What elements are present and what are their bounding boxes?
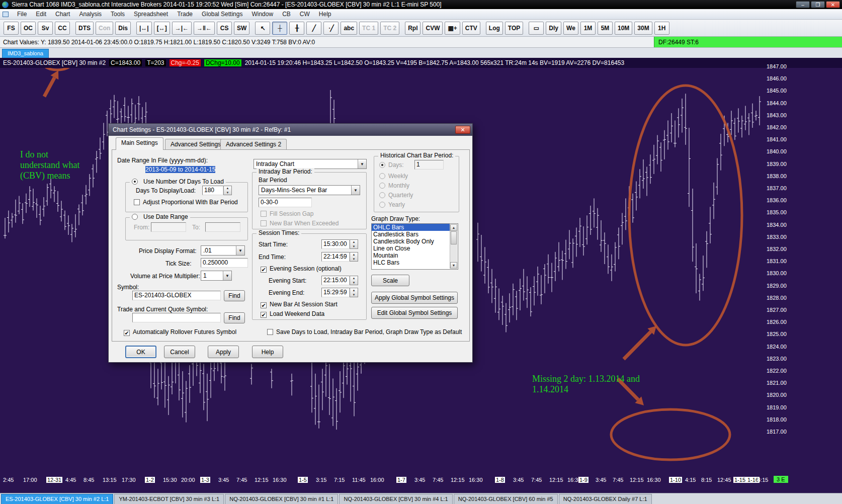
evening-start-input[interactable]: 22:15:00	[321, 276, 350, 285]
menu-item-tools[interactable]: Tools	[106, 10, 129, 19]
dialog-close-icon[interactable]: ✕	[455, 126, 470, 134]
draw-type-option-ohlc-bars[interactable]: OHLC Bars	[372, 224, 450, 231]
toolbar-button-dly[interactable]: Dly	[546, 22, 561, 35]
price-display-format-select[interactable]: .01▼	[201, 245, 245, 256]
toolbar-button-dts[interactable]: DTS	[75, 22, 94, 35]
tick-size-input[interactable]: 0.250000	[201, 258, 248, 268]
apply-button[interactable]: Apply	[208, 346, 239, 358]
menu-item-window[interactable]: Window	[247, 10, 278, 19]
toolbar-button-10m[interactable]: 10M	[615, 22, 632, 35]
scale-button[interactable]: Scale	[371, 275, 409, 286]
ok-button[interactable]: OK	[125, 346, 156, 358]
historical-days-input[interactable]: 1	[414, 160, 444, 170]
trade-symbol-find-button[interactable]: Find	[224, 312, 245, 323]
apply-global-settings-button[interactable]: Apply Global Symbol Settings	[371, 292, 458, 304]
crosshair-arrow-tool-icon[interactable]: ╂	[289, 22, 304, 35]
edit-global-settings-button[interactable]: Edit Global Symbol Settings	[371, 307, 458, 319]
decrease-bar-spacing-icon[interactable]: [↔]	[154, 22, 170, 35]
draw-type-option-mountain[interactable]: Mountain	[372, 252, 450, 259]
help-button[interactable]: Help	[252, 346, 283, 358]
symbol-find-button[interactable]: Find	[224, 290, 245, 301]
to-field[interactable]	[205, 222, 240, 232]
historical-weekly-radio[interactable]	[379, 173, 385, 179]
chart-tab-ym-201403-ecbot-cbv-30-mi[interactable]: YM-201403-ECBOT [CBV] 30 min #3 L:1	[114, 494, 224, 504]
chart-tab-nq-201403-globex-cbv-60-m[interactable]: NQ-201403-GLOBEX [CBV] 60 min #5	[454, 494, 558, 504]
ray-tool-icon[interactable]: ∙╱	[323, 22, 339, 35]
trade-window-icon[interactable]: ▦+	[445, 22, 460, 35]
chart-tab-nq-201403-globex-cbv-30-m[interactable]: NQ-201403-GLOBEX [CBV] 30 min #4 L:1	[339, 494, 452, 504]
start-time-spinner[interactable]: ▲▼	[350, 239, 358, 249]
toolbar-button-1h[interactable]: 1H	[654, 22, 669, 35]
use-date-range-radio[interactable]	[132, 214, 138, 220]
toolbar-button-abc[interactable]: abc	[341, 22, 357, 35]
menu-item-edit[interactable]: Edit	[31, 10, 51, 19]
rectangle-tool-icon[interactable]: ▭	[529, 22, 544, 35]
chart-type-select[interactable]: Intraday Chart▼	[254, 159, 367, 169]
historical-quarterly-radio[interactable]	[379, 192, 385, 198]
adjust-proportional-checkbox[interactable]	[134, 199, 140, 205]
menu-item-chart[interactable]: Chart	[51, 10, 74, 19]
toolbar-button-5m[interactable]: 5M	[598, 22, 613, 35]
toolbar-button-rpl[interactable]: Rpl	[405, 22, 420, 35]
toolbar-button-tc-1[interactable]: TC 1	[359, 22, 378, 35]
days-to-load-spinner[interactable]: ▲▼	[223, 186, 232, 195]
new-bar-exceeded-checkbox[interactable]	[261, 220, 267, 226]
toolbar-button-ctv[interactable]: CTV	[462, 22, 480, 35]
end-time-input[interactable]: 22:14:59	[321, 252, 350, 262]
toolbar-button-fs[interactable]: FS	[4, 22, 19, 35]
symbol-input[interactable]: ES-201403-GLOBEX	[132, 291, 221, 300]
menu-item-global-settings[interactable]: Global Settings	[197, 10, 247, 19]
save-default-checkbox[interactable]	[267, 329, 273, 335]
chart-tab-nq-201403-globex-daily-7[interactable]: NQ-201403-GLOBEX Daily #7 L:1	[559, 494, 652, 504]
from-field[interactable]	[151, 222, 186, 232]
increase-bar-spacing-icon[interactable]: |↔|	[136, 22, 152, 35]
menu-item-trade[interactable]: Trade	[173, 10, 197, 19]
toolbar-button-cvw[interactable]: CVW	[423, 22, 443, 35]
trade-symbol-input[interactable]	[132, 313, 221, 322]
load-weekend-checkbox[interactable]	[261, 312, 267, 318]
toolbar-button-cs[interactable]: CS	[217, 22, 232, 35]
draw-type-option-line-on-close[interactable]: Line on Close	[372, 245, 450, 252]
sheet-tab-imd3-sablona[interactable]: IMD3_sablona	[2, 49, 49, 58]
draw-type-option-candlestick-bars[interactable]: Candlestick Bars	[372, 231, 450, 238]
menu-item-cb[interactable]: CB	[278, 10, 295, 19]
chart-tab-es-201403-globex-cbv-30-m[interactable]: ES-201403-GLOBEX [CBV] 30 min #2 L:1	[1, 494, 113, 504]
trendline-tool-icon[interactable]: ╱	[306, 22, 321, 35]
compress-horizontal-icon[interactable]: →|←	[172, 22, 192, 35]
list-scrollbar[interactable]: ▲▼	[450, 224, 457, 269]
evening-start-spinner[interactable]: ▲▼	[350, 276, 358, 285]
close-button[interactable]: ✕	[826, 1, 840, 8]
historical-yearly-radio[interactable]	[379, 202, 385, 208]
evening-session-checkbox[interactable]	[261, 267, 267, 273]
menu-item-spreadsheet[interactable]: Spreadsheet	[129, 10, 173, 19]
toolbar-button-sw[interactable]: SW	[234, 22, 249, 35]
cancel-button[interactable]: Cancel	[164, 346, 195, 358]
pointer-tool-icon[interactable]: ↖	[255, 22, 270, 35]
bar-period-select[interactable]: Days-Mins-Secs Per Bar▼	[259, 185, 360, 195]
evening-end-input[interactable]: 15:29:59	[321, 288, 350, 297]
draw-type-option-hlc-bars[interactable]: HLC Bars	[372, 259, 450, 266]
maximize-button[interactable]: ❐	[811, 1, 825, 8]
menu-item-analysis[interactable]: Analysis	[74, 10, 106, 19]
minimize-button[interactable]: –	[796, 1, 810, 8]
auto-rollover-checkbox[interactable]	[124, 330, 130, 336]
toolbar-button-30m[interactable]: 30M	[634, 22, 652, 35]
fill-session-gap-checkbox[interactable]	[261, 211, 267, 217]
volume-multiplier-select[interactable]: 1▼	[201, 271, 232, 281]
expand-horizontal-icon[interactable]: →‖←	[194, 22, 215, 35]
menu-item-file[interactable]: File	[13, 10, 31, 19]
toolbar-button-tc-2[interactable]: TC 2	[380, 22, 399, 35]
days-to-load-input[interactable]: 180	[202, 186, 223, 195]
toolbar-button-sv[interactable]: Sv	[38, 22, 53, 35]
end-time-spinner[interactable]: ▲▼	[350, 252, 358, 262]
historical-days-radio[interactable]	[379, 162, 385, 168]
crosshair-tool-icon[interactable]: ┼	[272, 22, 287, 35]
chart-tab-nq-201403-globex-cbv-30-m[interactable]: NQ-201403-GLOBEX [CBV] 30 min #1 L:1	[225, 494, 338, 504]
toolbar-button-con[interactable]: Con	[96, 22, 113, 35]
use-days-radio[interactable]	[132, 179, 138, 185]
toolbar-button-cc[interactable]: CC	[55, 22, 70, 35]
tab-advanced-settings[interactable]: Advanced Settings	[165, 139, 226, 150]
toolbar-button-1m[interactable]: 1M	[580, 22, 596, 35]
dialog-titlebar[interactable]: Chart Settings - ES-201403-GLOBEX [CBV] …	[109, 124, 472, 136]
new-bar-session-checkbox[interactable]	[261, 302, 267, 308]
